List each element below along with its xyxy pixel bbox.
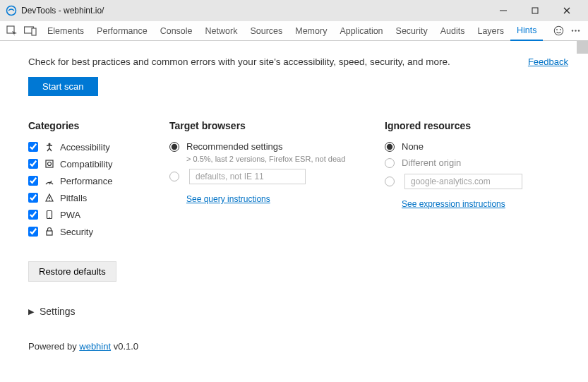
category-row-security: Security (28, 226, 162, 237)
svg-point-9 (556, 29, 558, 30)
more-options-icon[interactable] (567, 21, 584, 41)
svg-point-12 (575, 30, 576, 31)
performance-icon (44, 175, 55, 186)
svg-point-0 (7, 6, 16, 16)
minimize-button[interactable] (487, 0, 519, 21)
svg-rect-22 (47, 231, 52, 235)
category-row-compatibility: Compatibility (28, 158, 162, 169)
ignored-different-origin-radio[interactable] (385, 158, 395, 168)
pwa-icon (44, 209, 55, 220)
tab-application[interactable]: Application (333, 21, 389, 41)
svg-rect-7 (32, 28, 36, 35)
device-toolbar-icon[interactable] (23, 23, 38, 39)
tab-layers[interactable]: Layers (471, 21, 510, 41)
tab-elements[interactable]: Elements (41, 21, 90, 41)
tab-sources[interactable]: Sources (244, 21, 289, 41)
recommended-settings-radio[interactable] (169, 142, 179, 152)
category-checkbox-security[interactable] (28, 227, 38, 237)
footer-prefix: Powered by (28, 341, 79, 352)
ignored-resources-section: Ignored resources None Different origin … (385, 120, 561, 282)
category-checkbox-pitfalls[interactable] (28, 193, 38, 203)
inspect-element-icon[interactable] (4, 23, 20, 39)
svg-point-21 (49, 217, 49, 217)
category-label: Security (60, 227, 93, 237)
categories-heading: Categories (28, 120, 162, 131)
svg-point-10 (560, 29, 561, 30)
devtools-icon (6, 5, 17, 16)
category-row-pwa: PWA (28, 209, 162, 220)
settings-label: Settings (40, 306, 76, 317)
target-browsers-heading: Target browsers (169, 120, 378, 131)
category-label: PWA (60, 210, 80, 220)
start-scan-button[interactable]: Start scan (28, 77, 98, 96)
tab-performance[interactable]: Performance (90, 21, 154, 41)
window-titlebar: DevTools - webhint.io/ (0, 0, 588, 21)
target-browsers-section: Target browsers Recommended settings > 0… (169, 120, 378, 282)
category-checkbox-accessibility[interactable] (28, 142, 38, 152)
svg-point-19 (49, 200, 49, 201)
svg-rect-2 (532, 8, 538, 13)
feedback-smiley-icon[interactable] (550, 21, 567, 41)
category-label: Accessibility (60, 142, 110, 153)
ignored-custom-radio[interactable] (385, 177, 395, 186)
window-title: DevTools - webhint.io/ (21, 6, 104, 16)
tab-console[interactable]: Console (154, 21, 199, 41)
tab-hints[interactable]: Hints (510, 21, 543, 41)
ignored-none-label: None (402, 141, 424, 152)
feedback-link[interactable]: Feedback (528, 56, 568, 67)
intro-text: Check for best practices and common erro… (28, 56, 517, 67)
tab-network[interactable]: Network (199, 21, 244, 41)
svg-point-14 (48, 143, 50, 145)
recommended-settings-label: Recommended settings (186, 141, 283, 152)
query-instructions-link[interactable]: See query instructions (186, 194, 270, 204)
category-checkbox-pwa[interactable] (28, 210, 38, 220)
recommended-settings-subtext: > 0.5%, last 2 versions, Firefox ESR, no… (186, 155, 378, 163)
svg-point-13 (577, 30, 579, 31)
accessibility-icon (44, 141, 55, 153)
ignored-none-radio[interactable] (385, 142, 395, 152)
category-label: Pitfalls (60, 193, 87, 203)
custom-browsers-radio[interactable] (169, 172, 179, 181)
settings-toggle[interactable]: ▶ Settings (28, 306, 568, 317)
categories-section: Categories AccessibilityCompatibilityPer… (28, 120, 162, 282)
custom-browsers-input[interactable] (189, 169, 306, 184)
ignored-different-origin-label: Different origin (402, 157, 461, 168)
svg-point-11 (571, 30, 572, 31)
category-checkbox-compatibility[interactable] (28, 159, 38, 169)
footer-version: v0.1.0 (111, 341, 138, 352)
ignored-custom-input[interactable] (404, 174, 522, 189)
svg-rect-15 (46, 160, 53, 167)
category-row-pitfalls: Pitfalls (28, 192, 162, 203)
caret-right-icon: ▶ (28, 307, 34, 316)
devtools-tabstrip: ElementsPerformanceConsoleNetworkSources… (0, 21, 588, 41)
compatibility-icon (44, 158, 55, 169)
security-icon (44, 226, 55, 237)
footer: Powered by webhint v0.1.0 (28, 341, 568, 352)
restore-defaults-button[interactable]: Restore defaults (28, 261, 116, 282)
tab-security[interactable]: Security (390, 21, 434, 41)
tab-memory[interactable]: Memory (289, 21, 333, 41)
category-row-accessibility: Accessibility (28, 141, 162, 153)
expression-instructions-link[interactable]: See expression instructions (402, 199, 505, 209)
svg-point-16 (48, 162, 52, 166)
svg-point-8 (554, 26, 563, 35)
ignored-resources-heading: Ignored resources (385, 120, 561, 131)
category-label: Performance (60, 176, 112, 186)
category-row-performance: Performance (28, 175, 162, 186)
maximize-button[interactable] (519, 0, 551, 21)
tab-audits[interactable]: Audits (434, 21, 472, 41)
close-button[interactable] (551, 0, 582, 21)
category-checkbox-performance[interactable] (28, 176, 38, 186)
category-label: Compatibility (60, 159, 112, 169)
pitfalls-icon (44, 192, 55, 203)
hints-panel: Check for best practices and common erro… (0, 41, 588, 382)
webhint-link[interactable]: webhint (79, 341, 111, 352)
